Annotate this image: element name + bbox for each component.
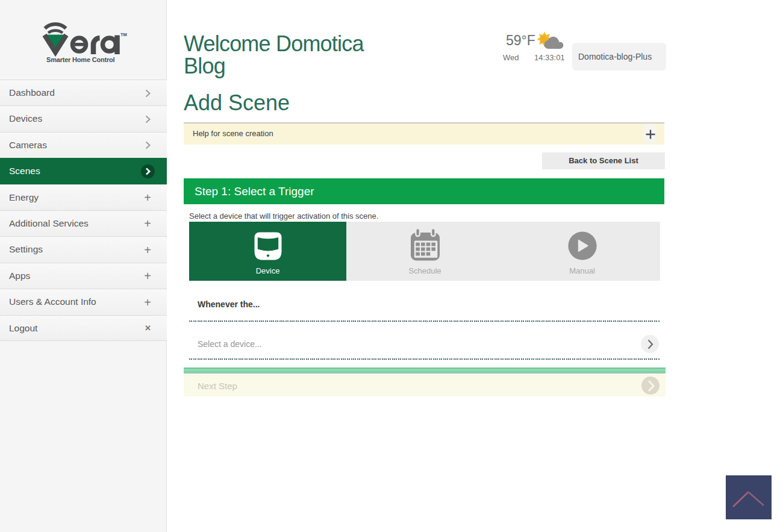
svg-text:Smarter Home Control: Smarter Home Control bbox=[46, 56, 114, 63]
svg-text:TM: TM bbox=[120, 32, 127, 37]
